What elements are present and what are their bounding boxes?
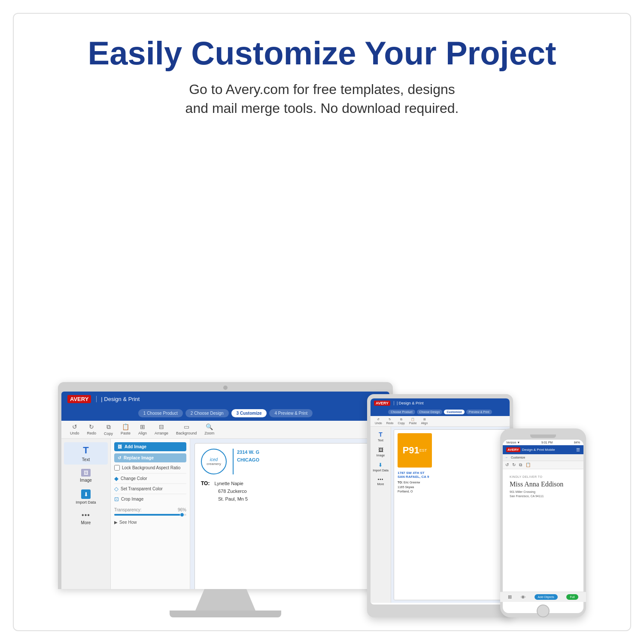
toolbar-copy[interactable]: ⧉ Copy <box>104 423 113 436</box>
paste-icon: 📋 <box>122 423 129 430</box>
phone-nav: ← Customize <box>503 454 583 461</box>
monitor-camera <box>223 386 228 390</box>
crop-image-row[interactable]: ⊡ Crop Image <box>114 494 186 504</box>
tablet-header: AVERY | Design & Print <box>371 398 510 408</box>
phone-copy-icon[interactable]: ⧉ <box>519 462 522 468</box>
tablet-label-address: 1787 SW 4TH ST SAN RAFAEL, CA 9 <box>398 471 503 479</box>
tablet-tool-image[interactable]: 🖼 Image <box>375 445 386 459</box>
phone-green-button[interactable]: Full <box>566 594 578 600</box>
transparency-slider[interactable] <box>114 514 186 516</box>
tablet-redo-icon: ↻ <box>389 418 391 421</box>
more-tool-icon: ••• <box>82 511 90 519</box>
set-transparent-row[interactable]: ◇ Set Transparent Color <box>114 483 186 494</box>
phone-home-bar <box>503 602 583 613</box>
tablet-toolbar: ↺ Undo ↻ Redo ⧉ Copy 📋 <box>371 416 510 427</box>
toolbar-zoom[interactable]: 🔍 Zoom <box>204 423 214 436</box>
tablet-more-icon: ••• <box>378 477 384 482</box>
background-icon: ▭ <box>184 423 189 430</box>
zoom-icon: 🔍 <box>206 423 213 430</box>
image-tool-icon: 🖼 <box>81 469 91 477</box>
add-image-icon: 🖼 <box>118 444 122 449</box>
tablet-tool-text[interactable]: T Text <box>376 429 385 444</box>
desktop-left-panel: T Text 🖼 Image ⬇ Import Data <box>61 439 111 589</box>
tablet-text-icon: T <box>379 431 383 438</box>
tablet-avery-logo: AVERY <box>374 401 390 406</box>
tool-text[interactable]: T Text <box>64 442 108 465</box>
tablet-tool-import[interactable]: ⬇ Import Data <box>371 460 390 474</box>
set-transparent-icon: ◇ <box>114 486 118 492</box>
tablet-device: AVERY | Design & Print Choose Product Ch… <box>367 394 513 617</box>
tablet-tool-more[interactable]: ••• More <box>376 475 386 487</box>
add-image-button[interactable]: 🖼 Add Image <box>114 442 186 451</box>
label-logo: iced creamery <box>201 449 227 474</box>
phone-status-bar: Verizon ▼ 9:01 PM 84% <box>503 440 583 445</box>
label-top-row: iced creamery 2314 W. G CHICAGO <box>201 449 379 474</box>
phone-back-icon[interactable]: ← <box>505 456 508 459</box>
tablet-step-customize[interactable]: Customize <box>444 410 464 414</box>
tool-import-data[interactable]: ⬇ Import Data <box>64 487 108 507</box>
monitor-outer: AVERY | Design & Print 1 Choose Product … <box>58 382 393 589</box>
tablet-paste-icon: 📋 <box>411 418 415 421</box>
tablet-step-product[interactable]: Choose Product <box>388 410 415 414</box>
monitor-stand <box>195 589 255 611</box>
phone-redo-icon[interactable]: ↻ <box>512 462 516 468</box>
phone-grid-icon[interactable]: ⊞ <box>508 594 512 600</box>
tablet-step-design[interactable]: Choose Design <box>417 410 443 414</box>
tool-more[interactable]: ••• More <box>64 509 108 528</box>
desktop-toolbar: ↺ Undo ↻ Redo ⧉ Copy 📋 <box>61 421 389 439</box>
phone-eye-icon[interactable]: 👁 <box>521 595 526 600</box>
phone-paste-icon[interactable]: 📋 <box>526 462 531 468</box>
replace-image-button[interactable]: ↺ Replace Image <box>114 453 186 462</box>
transparency-row: Transparency: 96% <box>114 507 186 516</box>
tablet-label: P91 EST 1787 SW 4TH ST SAN RAFAEL, CA 9 … <box>394 429 507 600</box>
play-icon: ▶ <box>114 520 118 525</box>
tablet-toolbar-copy[interactable]: ⧉ Copy <box>398 418 404 425</box>
tablet-screen: AVERY | Design & Print Choose Product Ch… <box>371 398 510 605</box>
step-preview-print[interactable]: 4 Preview & Print <box>269 409 313 417</box>
desktop-monitor: AVERY | Design & Print 1 Choose Product … <box>58 382 393 617</box>
change-color-row[interactable]: ◆ Change Color <box>114 473 186 483</box>
lock-bg-checkbox[interactable] <box>114 465 120 471</box>
phone-menu-icon[interactable]: ☰ <box>576 447 580 452</box>
phone-undo-icon[interactable]: ↺ <box>505 462 509 468</box>
subtitle: Go to Avery.com for free templates, desi… <box>185 80 459 118</box>
desktop-options-panel: 🖼 Add Image ↺ Replace Image Lock Backgro <box>111 439 190 589</box>
phone-add-objects-button[interactable]: Add Objects <box>535 594 558 600</box>
phone-avery-header: AVERY Design & Print Mobile ☰ <box>503 445 583 454</box>
tablet-outer: AVERY | Design & Print Choose Product Ch… <box>367 394 513 617</box>
toolbar-paste[interactable]: 📋 Paste <box>121 423 131 436</box>
step-choose-product[interactable]: 1 Choose Product <box>138 409 183 417</box>
import-tool-icon: ⬇ <box>81 489 91 499</box>
phone-avery-title: Design & Print Mobile <box>522 448 555 452</box>
label-address-top: 2314 W. G CHICAGO <box>233 449 259 474</box>
tablet-toolbar-redo[interactable]: ↻ Redo <box>386 418 394 425</box>
desktop-steps-bar: 1 Choose Product 2 Choose Design 3 Custo… <box>61 407 389 421</box>
desktop-avery-header: AVERY | Design & Print <box>61 392 389 407</box>
toolbar-undo[interactable]: ↺ Undo <box>70 423 79 436</box>
redo-icon: ↻ <box>89 423 94 430</box>
tablet-toolbar-align[interactable]: ⊞ Align <box>421 418 428 425</box>
step-choose-design[interactable]: 2 Choose Design <box>185 409 229 417</box>
toolbar-redo[interactable]: ↻ Redo <box>87 423 97 436</box>
phone-device: Verizon ▼ 9:01 PM 84% AVERY Design & Pri… <box>500 428 586 617</box>
tool-image[interactable]: 🖼 Image <box>64 466 108 485</box>
tablet-import-icon: ⬇ <box>378 462 383 468</box>
tablet-toolbar-undo[interactable]: ↺ Undo <box>375 418 382 425</box>
desktop-canvas-area: iced creamery 2314 W. G CHICAGO <box>190 439 389 589</box>
tablet-toolbar-paste[interactable]: 📋 Paste <box>409 418 417 425</box>
toolbar-arrange[interactable]: ⊟ Arrange <box>155 423 168 436</box>
phone-outer: Verizon ▼ 9:01 PM 84% AVERY Design & Pri… <box>500 428 586 617</box>
phone-avery-logo: AVERY <box>506 447 520 452</box>
tablet-label-to: TO: Eric Greenw 1165 Skywa Portland, O <box>398 480 503 494</box>
phone-home-button[interactable] <box>537 605 550 613</box>
see-how-link[interactable]: ▶ See How <box>114 520 186 525</box>
phone-nav-customize: Customize <box>511 456 525 459</box>
phone-kindly-text: KINDLY DELIVER TO <box>510 475 577 478</box>
tablet-step-preview[interactable]: Preview & Print <box>466 410 492 414</box>
tablet-image-icon: 🖼 <box>378 447 383 453</box>
toolbar-align[interactable]: ⊞ Align <box>138 423 147 436</box>
step-customize[interactable]: 3 Customize <box>231 409 267 417</box>
devices-container: AVERY | Design & Print 1 Choose Product … <box>39 135 605 617</box>
toolbar-background[interactable]: ▭ Background <box>176 423 197 436</box>
desktop-right-panel: 🖼 Add Image ↺ Replace Image Lock Backgro <box>111 439 389 589</box>
